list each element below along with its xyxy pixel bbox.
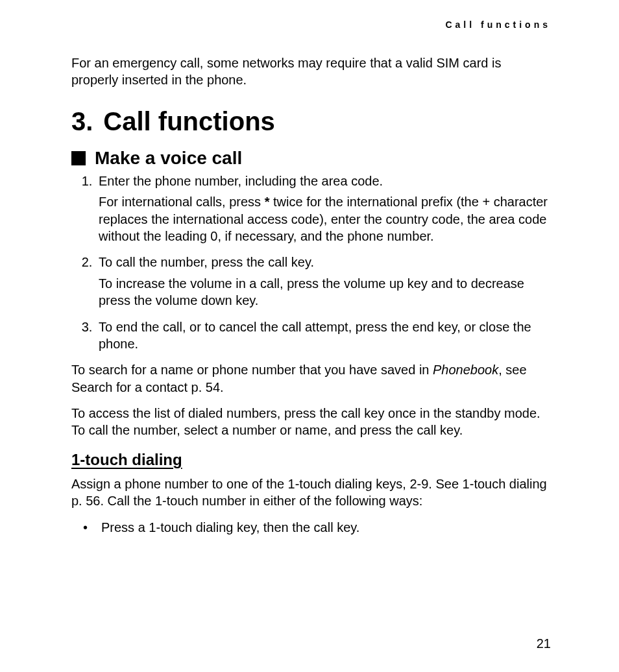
step-extra-before: For international calls, press <box>99 195 265 209</box>
chapter-number: 3. <box>71 107 93 136</box>
square-bullet-icon <box>71 151 86 165</box>
step-main-text: Enter the phone number, including the ar… <box>99 174 383 188</box>
steps-list: Enter the phone number, including the ar… <box>71 173 551 353</box>
step-main-text: To end the call, or to cancel the call a… <box>99 320 531 351</box>
paragraph-text-before: To search for a name or phone number tha… <box>71 363 433 377</box>
step-item: Enter the phone number, including the ar… <box>96 173 551 245</box>
subsection-intro: Assign a phone number to one of the 1-to… <box>71 475 551 510</box>
step-extra-text: To increase the volume in a call, press … <box>99 275 551 309</box>
chapter-title: 3.Call functions <box>71 107 551 136</box>
chapter-title-text: Call functions <box>103 107 274 136</box>
step-item: To call the number, press the call key. … <box>96 254 551 309</box>
document-page: Call functions For an emergency call, so… <box>0 0 619 672</box>
paragraph-text-italic: Phonebook <box>433 363 498 377</box>
bullet-list: Press a 1-touch dialing key, then the ca… <box>71 519 551 536</box>
body-paragraph: To access the list of dialed numbers, pr… <box>71 405 551 439</box>
step-item: To end the call, or to cancel the call a… <box>96 318 551 353</box>
step-extra-text: For international calls, press * twice f… <box>99 193 551 245</box>
step-main-text: To call the number, press the call key. <box>99 255 314 269</box>
intro-paragraph: For an emergency call, some networks may… <box>71 54 551 89</box>
subsection-title: 1-touch dialing <box>71 451 551 469</box>
page-number: 21 <box>537 636 551 651</box>
section-heading: Make a voice call <box>71 148 551 169</box>
body-paragraph: To search for a name or phone number tha… <box>71 361 551 396</box>
bullet-item: Press a 1-touch dialing key, then the ca… <box>96 519 551 536</box>
running-header: Call functions <box>71 19 551 30</box>
section-title-text: Make a voice call <box>95 148 242 169</box>
